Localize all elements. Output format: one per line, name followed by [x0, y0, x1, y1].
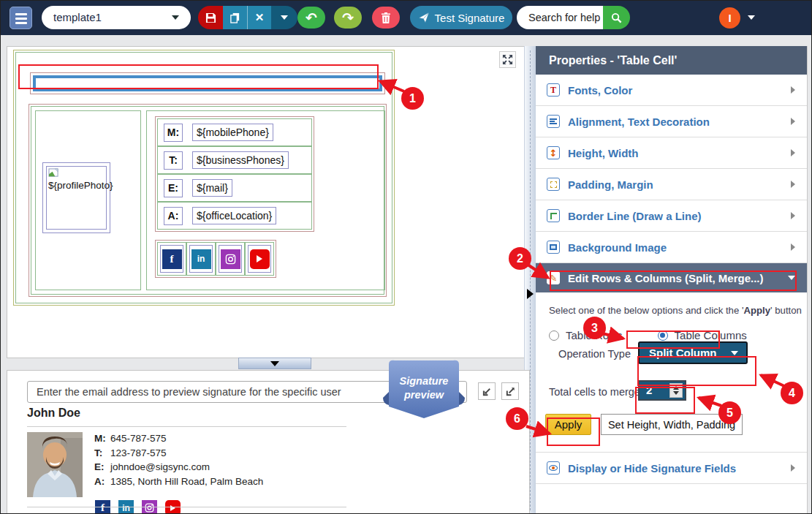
save-button[interactable] [198, 6, 223, 29]
social-cell[interactable]: in [187, 243, 216, 275]
social-cell[interactable]: f [158, 243, 187, 275]
signature-table-outline: ${profilePhoto} M: ${mobilePhone [13, 50, 395, 306]
user-avatar[interactable]: I [719, 7, 740, 29]
section-height-width[interactable]: ↕ Height, Width [536, 137, 807, 169]
step-badge-6: 6 [506, 407, 528, 430]
collapse-panel-arrow-icon[interactable] [527, 289, 534, 299]
section-display-hide-fields[interactable]: Display or Hide Signature Fields [536, 453, 807, 484]
table-row[interactable]: T: ${businessPhones} [158, 147, 311, 175]
redo-arrow-icon: ↷ [342, 10, 354, 26]
table-columns-label[interactable]: Table Columns [675, 329, 747, 341]
social-icons-table: f in [155, 240, 276, 278]
expand-arrows-icon [502, 54, 513, 65]
contact-label[interactable]: E: [164, 179, 183, 197]
test-signature-label: Test Signature [435, 12, 505, 24]
template-select-value: template1 [53, 11, 102, 23]
triangle-down-icon [270, 361, 279, 366]
border-line-icon [547, 209, 560, 222]
apply-button[interactable]: Apply [545, 414, 591, 435]
undo-button[interactable]: ↶ [297, 7, 325, 29]
instruction-text: Select one of the below options and clic… [549, 305, 802, 316]
close-icon: ✕ [255, 11, 265, 24]
chevron-down-icon [731, 351, 738, 355]
menu-button[interactable] [10, 7, 32, 29]
contact-cell[interactable]: M: ${mobilePhone} T: ${businessPhones} [146, 110, 385, 290]
linkedin-icon[interactable]: in [191, 249, 211, 269]
facebook-icon[interactable]: f [162, 249, 182, 269]
pencil-icon: ✎ [547, 271, 560, 284]
total-cells-label: Total cells to merge [549, 386, 640, 398]
section-background-image[interactable]: Background Image [536, 232, 807, 263]
trash-icon [381, 12, 391, 23]
chevron-right-icon [791, 118, 795, 125]
youtube-icon[interactable] [250, 249, 270, 269]
divider-line [27, 507, 346, 507]
contact-line: A:1385, North Hill Road, Palm Beach [94, 476, 263, 487]
instagram-icon[interactable] [221, 249, 240, 269]
broken-image-icon [48, 168, 59, 178]
background-image-icon [547, 241, 560, 254]
contact-label[interactable]: T: [164, 151, 183, 170]
chevron-right-icon [791, 464, 795, 472]
operation-type-dropdown[interactable]: Split Column [638, 341, 748, 364]
contact-line: M:645-787-575 [94, 433, 263, 444]
font-color-icon: T [547, 83, 560, 97]
delete-template-button[interactable]: ✕ [247, 6, 271, 29]
table-columns-radio[interactable] [658, 330, 668, 341]
chevron-down-icon [172, 15, 179, 20]
preview-contact-block: M:645-787-575 T:123-787-575 E:johndoe@si… [94, 433, 263, 490]
section-alignment[interactable]: Alignment, Text Decoration [536, 106, 807, 137]
copy-button[interactable] [223, 6, 247, 29]
copy-template-icon [229, 12, 240, 23]
contact-label[interactable]: M: [164, 124, 183, 142]
search-button[interactable] [603, 6, 630, 29]
contact-field[interactable]: ${officeLocation} [192, 207, 276, 224]
profile-photo-placeholder[interactable]: ${profilePhoto} [42, 162, 110, 233]
export-signature-button[interactable] [501, 382, 519, 400]
profile-photo [27, 432, 83, 497]
help-search [517, 6, 630, 29]
edit-rows-columns-body: Select one of the below options and clic… [536, 292, 807, 485]
social-cell[interactable] [216, 243, 246, 275]
profile-placeholder-text: ${profilePhoto} [48, 180, 105, 191]
top-toolbar: template1 ✕ ↶ ↷ Test Signature [1, 1, 812, 35]
table-row[interactable]: A: ${officeLocation} [158, 203, 311, 229]
trash-button[interactable] [372, 7, 400, 29]
chevron-right-icon [791, 149, 795, 156]
import-signature-button[interactable] [478, 382, 496, 400]
table-rows-radio[interactable] [549, 330, 559, 341]
chevron-down-icon [281, 15, 288, 20]
section-fonts-color[interactable]: T Fonts, Color [536, 75, 807, 106]
fullscreen-button[interactable] [499, 51, 516, 68]
table-row[interactable]: M: ${mobilePhone} [158, 119, 311, 147]
account-menu-chevron-icon[interactable] [748, 15, 755, 20]
preview-email-input[interactable] [27, 381, 467, 403]
search-input[interactable] [517, 6, 603, 29]
test-signature-button[interactable]: Test Signature [410, 6, 512, 29]
stepper-arrows-icon[interactable] [669, 383, 683, 398]
social-cell[interactable] [246, 243, 273, 275]
operation-type-label: Operation Type [536, 348, 631, 360]
template-actions-dropdown[interactable] [271, 6, 297, 29]
total-cells-stepper[interactable]: 2 [638, 380, 686, 401]
app-window: template1 ✕ ↶ ↷ Test Signature [0, 0, 812, 514]
chevron-down-icon [788, 276, 795, 280]
contact-field[interactable]: ${mobilePhone} [192, 124, 273, 141]
template-editor-canvas[interactable]: ${profilePhoto} M: ${mobilePhone [7, 46, 530, 358]
section-border-line[interactable]: Border Line (Draw a Line) [536, 200, 807, 232]
contact-line: T:123-787-575 [94, 447, 263, 458]
section-padding-margin[interactable]: Padding, Margin [536, 169, 807, 200]
chevron-right-icon [791, 212, 795, 219]
table-row[interactable]: E: ${mail} [158, 175, 311, 203]
section-edit-rows-columns[interactable]: ✎ Edit Rows & Columns (Split, Merge...) [536, 263, 807, 292]
photo-cell[interactable]: ${profilePhoto} [35, 110, 141, 290]
properties-panel: Properties - 'Table Cell' T Fonts, Color… [536, 46, 808, 514]
contact-label[interactable]: A: [164, 207, 183, 225]
preview-collapse-tab[interactable] [238, 358, 311, 369]
contact-field[interactable]: ${businessPhones} [192, 151, 289, 169]
selected-table-cell[interactable] [33, 75, 382, 91]
redo-button[interactable]: ↷ [334, 7, 362, 29]
step-badge-3: 3 [583, 317, 606, 339]
contact-field[interactable]: ${mail} [192, 179, 232, 197]
template-select[interactable]: template1 [42, 6, 191, 29]
